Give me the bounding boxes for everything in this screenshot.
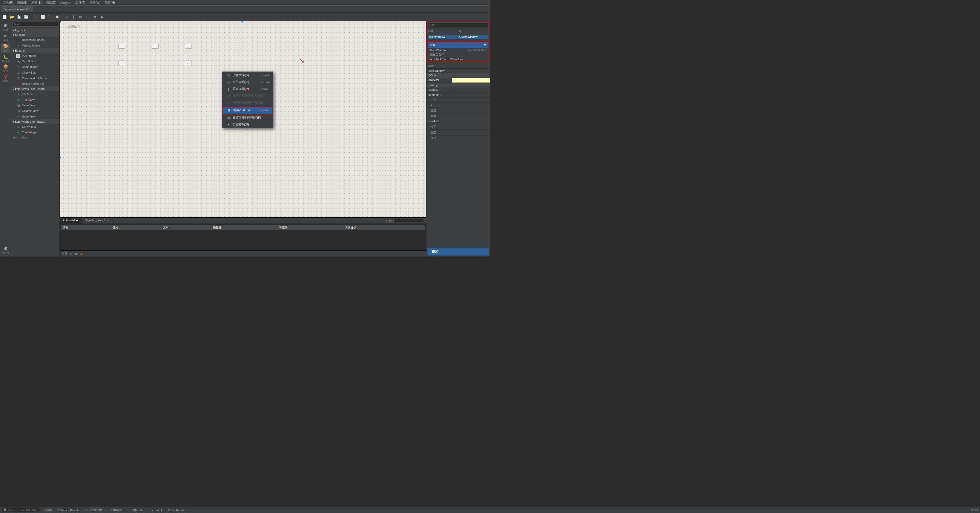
canvas-btn-5[interactable]: ...	[185, 61, 192, 65]
handle-tl[interactable]	[60, 21, 61, 22]
toolbar-btn-1[interactable]: 📄	[2, 14, 8, 20]
widget-vspacer[interactable]: ↕ Vertical Spacer	[11, 43, 59, 48]
menu-file[interactable]: 文件(F)	[1, 0, 15, 5]
canvas-btn-3[interactable]: ...	[185, 44, 192, 49]
prop-sizepolicy-value[interactable]	[452, 119, 490, 124]
activity-edit[interactable]: ✏ 编辑	[1, 33, 10, 42]
toolbar-btn-7[interactable]: ⬛	[47, 14, 53, 20]
widget-undoview[interactable]: ↩ Undo View	[11, 114, 59, 119]
widget-filter-input[interactable]	[12, 22, 59, 27]
ctx-resize[interactable]: ⇲ 调整大小(S) Ctrl+J	[223, 72, 273, 79]
prop-height-value[interactable]	[452, 113, 490, 119]
prop-sizepolicy: sizePolic...	[426, 119, 490, 124]
activity-help[interactable]: ❓ 帮助	[1, 74, 10, 83]
activity-project[interactable]: 📦 项目	[1, 64, 10, 73]
listview-label: List View	[22, 92, 33, 96]
ctx-grid-label: 栅格布局(G)	[233, 108, 258, 112]
widget-columnview[interactable]: ▤ Column View	[11, 108, 59, 114]
activity-design[interactable]: 🎨 设计	[1, 43, 10, 53]
menu-build[interactable]: 构建(B)	[29, 0, 44, 5]
right-filter-input[interactable]	[428, 22, 488, 27]
widget-hspacer[interactable]: ↔ Horizontal Spacer	[11, 37, 59, 43]
prop-hpolicy: 水平	[426, 124, 490, 130]
toolbar-btn-4[interactable]: 🔄	[23, 14, 29, 20]
action-filter-input[interactable]	[393, 219, 424, 223]
widget-treeview[interactable]: 🌲 Tree View	[11, 97, 59, 102]
layout-highlighted-item[interactable]: 布局	[428, 248, 489, 255]
inspector-obj-name: MainWindow	[428, 35, 458, 38]
toolbar-btn-6[interactable]: ⬜	[40, 14, 46, 20]
ctx-breaklayout[interactable]: ✂ 打破布局(B)	[223, 121, 273, 128]
toolbar-btn-2[interactable]: 📂	[9, 14, 15, 20]
widget-listview[interactable]: ≡ List View	[11, 91, 59, 97]
toolbar-btn-5[interactable]: ⬛	[32, 14, 38, 20]
widget-tableview[interactable]: ▦ Table View	[11, 102, 59, 108]
menu-analyze[interactable]: Analyze	[58, 0, 73, 5]
menu-tools[interactable]: 工具(T)	[73, 0, 88, 5]
toolbar-align-v[interactable]: ‖	[70, 14, 76, 20]
widget-toolbutton[interactable]: 🔧 Tool Button	[11, 59, 59, 64]
tab-close-icon[interactable]: ×	[29, 8, 30, 11]
ctx-vlayout[interactable]: ‖ 垂直布局(V) Ctrl+L	[223, 86, 273, 92]
menu-edit[interactable]: 编辑(E)	[15, 0, 29, 5]
help-icon: ❓	[3, 74, 8, 79]
layout-outer: ⊞ 欢迎 ✏ 编辑 🎨 设计 🐛 Debug 📦 项目 ❓ 帮助 ⚙ Debug	[0, 21, 490, 256]
toolbar-distribute[interactable]: ⊞	[78, 14, 84, 20]
activity-welcome[interactable]: ⊞ 欢迎	[1, 23, 10, 32]
canvas-btn-1[interactable]: ...	[118, 44, 126, 49]
widget-commandbutton[interactable]: ⚙ Command ...k Button	[11, 75, 59, 81]
prop-y-value[interactable]	[452, 103, 490, 108]
handle-tr[interactable]	[242, 21, 243, 22]
category-buttons[interactable]: Buttons	[11, 48, 59, 53]
widget-treewidget[interactable]: 🌲 Tree Widget	[11, 129, 59, 135]
toolbar-align-h[interactable]: ═	[63, 14, 70, 20]
widget-listwidget[interactable]: ≡ List Widget	[11, 124, 59, 129]
menu-add-toolbar-other[interactable]: Add Tool Bar to Other Area	[428, 57, 488, 61]
ctx-hlayout[interactable]: ═ 水平布局(H) Ctrl+H	[223, 79, 273, 86]
activity-debug[interactable]: 🐛 Debug	[1, 54, 10, 63]
toolbar-preview[interactable]: ▶	[99, 14, 105, 20]
prop-width-value[interactable]	[452, 108, 490, 113]
category-itemviews[interactable]: Item Views...del-Based)	[11, 87, 59, 91]
prop-enabled-value[interactable]	[452, 88, 490, 92]
menu-help[interactable]: 帮助(H)	[102, 0, 117, 5]
splitter-v-icon: ⊟	[226, 101, 231, 105]
toolbar-more[interactable]: ⊠	[92, 14, 98, 20]
toolbar-grid[interactable]: ⊟	[85, 14, 91, 20]
problems-warning: ⚠	[80, 252, 83, 255]
ctx-formlayout[interactable]: ▥ 在窗体布局中布局(F)	[223, 114, 273, 121]
prop-hstretch-value[interactable]	[452, 135, 490, 141]
canvas-btn-2[interactable]: ...	[152, 44, 159, 49]
prop-vpolicy-value[interactable]	[452, 130, 490, 135]
ctx-splitter-h-label: 使用分裂器水平布局(P)	[232, 94, 269, 98]
menu-controls[interactable]: 控件(W)	[88, 0, 102, 5]
prop-objectname-value[interactable]	[452, 78, 490, 83]
handle-bl[interactable]	[60, 157, 61, 158]
tab-action-editor[interactable]: Action Editor	[60, 218, 82, 223]
category-spacers[interactable]: Spacers	[11, 32, 59, 37]
widget-radiobutton[interactable]: ⊙ Radio Button	[11, 64, 59, 70]
menu-mainwindow-row[interactable]: MainWindow QMainWindow	[428, 48, 488, 53]
prop-hpolicy-value[interactable]	[452, 124, 490, 129]
canvas-btn-4[interactable]: ...	[118, 61, 126, 65]
widget-dialogbuttonbox[interactable]: ✗ Dialog Button Box	[11, 81, 59, 87]
toolbar-btn-8[interactable]: 🔲	[54, 14, 60, 20]
prop-geometry-value[interactable]	[452, 92, 490, 97]
category-itemwidgets[interactable]: Item Widge...tem-Based)	[11, 119, 59, 124]
widget-checkbox[interactable]: ☑ Check Box	[11, 70, 59, 75]
prop-x-value[interactable]	[455, 97, 490, 102]
editor-tab[interactable]: 🔧 mainwindow.ui* ×	[1, 6, 33, 12]
tab-signals-slots[interactable]: Signals _Slots Ed···	[82, 218, 113, 223]
widget-pushbutton[interactable]: OK Push Button	[11, 53, 59, 59]
ctx-grid[interactable]: ⊞ 栅格布局(G) Ctrl+G	[223, 106, 273, 114]
inspector-row-main[interactable]: MainWindow QMainWindow	[428, 35, 488, 39]
menu-header-row: 对象 类	[428, 42, 488, 48]
menu-debug[interactable]: 调试(D)	[44, 0, 58, 5]
toolbar-btn-3[interactable]: 💾	[16, 14, 22, 20]
radiobutton-icon: ⊙	[16, 65, 21, 69]
dialogbuttonbox-icon: ✗	[16, 82, 21, 86]
menu-add-toolbar[interactable]: 添加工具栏	[428, 53, 488, 57]
activity-debug2[interactable]: ⚙ Debug	[1, 245, 10, 255]
category-layouts[interactable]: Layouts	[11, 28, 59, 32]
problems-arrows[interactable]: ◀▶	[74, 252, 78, 255]
